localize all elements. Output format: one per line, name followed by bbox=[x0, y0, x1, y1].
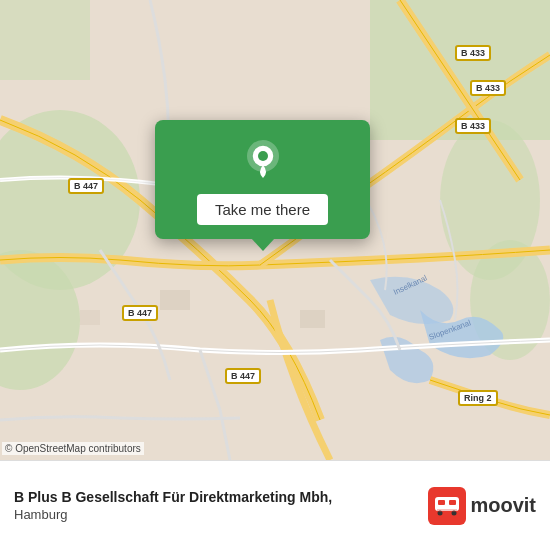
road-badge-b433-1: B 433 bbox=[455, 45, 491, 61]
osm-credit: © OpenStreetMap contributors bbox=[2, 442, 144, 455]
road-badge-b447-1: B 447 bbox=[68, 178, 104, 194]
road-badge-b447-2: B 447 bbox=[122, 305, 158, 321]
road-badge-ring2: Ring 2 bbox=[458, 390, 498, 406]
map-container: Inselkanal Slopenkanal B 447 B 447 B 447… bbox=[0, 0, 550, 460]
svg-rect-10 bbox=[300, 310, 325, 328]
business-name: B Plus B Gesellschaft Für Direktmarketin… bbox=[14, 489, 428, 505]
info-bar: B Plus B Gesellschaft Für Direktmarketin… bbox=[0, 460, 550, 550]
svg-rect-19 bbox=[449, 500, 456, 505]
svg-rect-11 bbox=[80, 310, 100, 325]
svg-point-14 bbox=[258, 151, 268, 161]
road-badge-b433-3: B 433 bbox=[455, 118, 491, 134]
moovit-label: moovit bbox=[470, 494, 536, 517]
take-me-there-button[interactable]: Take me there bbox=[197, 194, 328, 225]
road-badge-b433-2: B 433 bbox=[470, 80, 506, 96]
svg-rect-18 bbox=[438, 500, 445, 505]
map-pin-icon bbox=[241, 138, 285, 182]
popup-card: Take me there bbox=[155, 120, 370, 239]
svg-rect-9 bbox=[160, 290, 190, 310]
moovit-logo: moovit bbox=[428, 487, 536, 525]
svg-rect-22 bbox=[437, 509, 457, 512]
svg-rect-6 bbox=[0, 0, 90, 80]
road-badge-b447-3: B 447 bbox=[225, 368, 261, 384]
business-city: Hamburg bbox=[14, 507, 428, 522]
business-info: B Plus B Gesellschaft Für Direktmarketin… bbox=[14, 489, 428, 522]
moovit-icon bbox=[428, 487, 466, 525]
